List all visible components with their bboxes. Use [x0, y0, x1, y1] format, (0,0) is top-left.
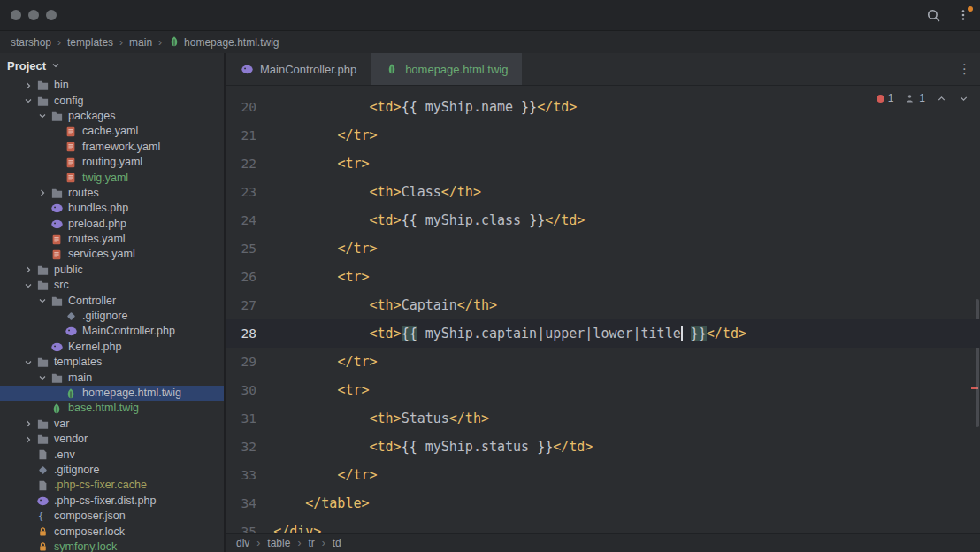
tree-item-routing-yaml[interactable]: routing.yaml [0, 155, 224, 170]
tree-item-label: packages [68, 109, 116, 124]
chevron-right-icon[interactable] [21, 263, 35, 277]
tree-item-composer-json[interactable]: { }composer.json [0, 509, 224, 524]
code-line-22[interactable]: 22 <tr> [226, 150, 980, 178]
tree-item-main[interactable]: main [0, 370, 224, 385]
tree-item-controller[interactable]: Controller [0, 293, 224, 308]
tree-item-label: main [68, 371, 92, 386]
code-line-25[interactable]: 25 </tr> [226, 234, 980, 263]
tree-item-services-yaml[interactable]: services.yaml [0, 247, 224, 262]
chevron-right-icon[interactable] [21, 417, 35, 431]
token: <th> [370, 410, 402, 426]
folder-icon [35, 433, 50, 447]
status-breadcrumb-table[interactable]: table [267, 537, 290, 549]
tree-item-config[interactable]: config [0, 93, 224, 108]
chevron-spacer [21, 448, 35, 462]
code-line-34[interactable]: 34 </table> [226, 489, 980, 518]
breadcrumb-item-starshop[interactable]: starshop [11, 36, 51, 49]
code-line-33[interactable]: 33 </tr> [226, 461, 980, 489]
tab-maincontroller-php[interactable]: MainController.php [226, 53, 371, 85]
status-breadcrumb-div[interactable]: div [236, 537, 249, 549]
breadcrumb-item-templates[interactable]: templates [67, 36, 113, 49]
token: }} [691, 326, 707, 341]
chevron-spacer [35, 248, 50, 262]
twig-icon [168, 35, 180, 50]
code-line-28[interactable]: 28 <td>{{ myShip.captain|upper|lower|tit… [226, 319, 980, 348]
zoom-window-button[interactable] [46, 10, 57, 20]
chevron-right-icon[interactable] [35, 186, 50, 200]
code-line-24[interactable]: 24 <td>{{ myShip.class }}</td> [226, 206, 980, 234]
tree-item-bin[interactable]: bin [0, 78, 224, 93]
tree-item-twig-yaml[interactable]: twig.yaml [0, 170, 224, 185]
tree-item-packages[interactable]: packages [0, 109, 224, 124]
close-window-button[interactable] [11, 10, 21, 20]
tree-item-routes-yaml[interactable]: routes.yaml [0, 232, 224, 247]
tree-item-src[interactable]: src [0, 278, 224, 293]
code-line-27[interactable]: 27 <th>Captain</th> [226, 291, 980, 319]
tree-item-cache-yaml[interactable]: cache.yaml [0, 124, 224, 139]
tree-item-vendor[interactable]: vendor [0, 432, 224, 447]
yaml-icon [50, 248, 64, 262]
project-panel-header[interactable]: Project [0, 53, 224, 78]
tree-item--env[interactable]: .env [0, 447, 224, 462]
php-icon [240, 62, 254, 76]
code-line-35[interactable]: 35 </div> [226, 518, 980, 533]
tree-item-maincontroller-php[interactable]: MainController.php [0, 324, 224, 339]
code-line-30[interactable]: 30 <tr> [226, 376, 980, 404]
tree-item-framework-yaml[interactable]: framework.yaml [0, 140, 224, 155]
window-controls [0, 10, 57, 20]
tree-item-public[interactable]: public [0, 263, 224, 278]
tab-homepage-html-twig[interactable]: homepage.html.twig [371, 53, 522, 85]
tree-item--php-cs-fixer-cache[interactable]: .php-cs-fixer.cache [0, 478, 224, 493]
tree-item-preload-php[interactable]: preload.php [0, 217, 224, 232]
chevron-right-icon[interactable] [21, 79, 35, 93]
chevron-down-icon[interactable] [35, 109, 50, 123]
tab-options-kebab-icon[interactable]: ⋮ [958, 53, 971, 85]
chevron-down-icon[interactable] [35, 294, 50, 308]
code-line-32[interactable]: 32 <td>{{ myShip.status }}</td> [226, 433, 980, 461]
token: </td> [537, 99, 577, 115]
chevron-spacer [21, 540, 35, 552]
code-editor[interactable]: 1 1 20 <td>{{ myShip.name }}</td>21 </tr… [226, 86, 980, 533]
tree-item-routes[interactable]: routes [0, 186, 224, 201]
yaml-icon [64, 171, 78, 185]
code-line-26[interactable]: 26 <tr> [226, 263, 980, 291]
status-breadcrumb-tr[interactable]: tr [308, 537, 314, 549]
tree-item-label: config [54, 94, 83, 109]
breadcrumb-item-main[interactable]: main [129, 36, 152, 49]
breadcrumb-separator: › [297, 537, 301, 549]
breadcrumb-item-homepage-html-twig[interactable]: homepage.html.twig [168, 35, 279, 50]
minimize-window-button[interactable] [28, 10, 39, 20]
chevron-right-icon[interactable] [21, 433, 35, 447]
chevron-down-icon[interactable] [21, 279, 35, 293]
tree-item-kernel-php[interactable]: Kernel.php [0, 340, 224, 355]
chevron-down-icon [50, 60, 61, 71]
status-breadcrumb-td[interactable]: td [333, 537, 341, 549]
chevron-down-icon[interactable] [21, 356, 35, 370]
code-text: <td>{{ myShip.captain|upper|lower|title … [241, 319, 746, 348]
code-line-21[interactable]: 21 </tr> [226, 121, 980, 150]
code-line-29[interactable]: 29 </tr> [226, 348, 980, 376]
tree-item-bundles-php[interactable]: bundles.php [0, 201, 224, 216]
folder-icon [35, 279, 50, 293]
tree-item-templates[interactable]: templates [0, 355, 224, 370]
chevron-down-icon[interactable] [21, 94, 35, 108]
search-icon[interactable] [925, 7, 941, 23]
breadcrumb-separator: › [57, 36, 61, 49]
tree-item-symfony-lock[interactable]: symfony.lock [0, 540, 224, 552]
chevron-spacer [50, 387, 64, 401]
kebab-menu-icon[interactable] [955, 7, 971, 23]
tree-item--gitignore[interactable]: .gitignore [0, 309, 224, 324]
tree-item-composer-lock[interactable]: composer.lock [0, 524, 224, 539]
tree-item-homepage-html-twig[interactable]: homepage.html.twig [0, 386, 224, 401]
token: {{ [402, 99, 417, 115]
tree-item-base-html-twig[interactable]: base.html.twig [0, 401, 224, 416]
code-line-23[interactable]: 23 <th>Class</th> [226, 178, 980, 206]
editor-tab-bar: MainController.phphomepage.html.twig⋮ [226, 53, 980, 86]
tree-item-var[interactable]: var [0, 417, 224, 432]
code-line-31[interactable]: 31 <th>Status</th> [226, 404, 980, 433]
token: <td> [370, 99, 402, 115]
code-line-20[interactable]: 20 <td>{{ myShip.name }}</td> [226, 93, 980, 121]
tree-item--gitignore[interactable]: .gitignore [0, 463, 224, 478]
tree-item--php-cs-fixer-dist-php[interactable]: .php-cs-fixer.dist.php [0, 494, 224, 509]
chevron-down-icon[interactable] [35, 371, 50, 385]
